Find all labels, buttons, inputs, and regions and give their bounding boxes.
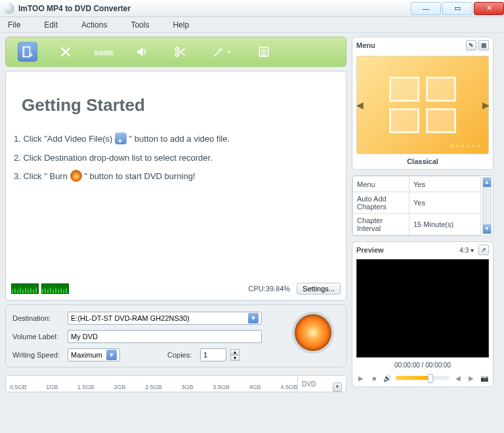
cpu-graph-2 [41, 283, 69, 294]
aspect-ratio-label: 4:3 ▾ [459, 247, 474, 254]
preview-panel: Preview 4:3 ▾ ↗ 00:00:00 / 00:00:00 ▶ ■ … [352, 241, 494, 387]
menu-panel-title: Menu [356, 41, 375, 49]
menu-edit[interactable]: Edit [44, 20, 58, 30]
destination-dropdown[interactable]: E:(HL-DT-ST DVD-RAM GH22NS30) ▼ [68, 312, 262, 325]
minimize-button[interactable]: — [411, 2, 441, 15]
preview-timecode: 00:00:00 / 00:00:00 [352, 360, 493, 371]
chevron-down-icon: ▼ [226, 49, 232, 55]
properties-panel: MenuYes Auto Add ChaptersYes Chapter Int… [352, 175, 494, 236]
volume-slider[interactable] [396, 376, 450, 380]
seek-fwd-button[interactable]: ▶ [467, 373, 476, 382]
x-icon [59, 45, 72, 58]
properties-button[interactable] [254, 42, 274, 62]
stop-button[interactable]: ■ [369, 373, 379, 382]
titlebar: ImTOO MP4 to DVD Converter — ▭ ✕ [0, 0, 504, 17]
scroll-up-icon[interactable]: ▲ [483, 178, 491, 187]
svg-rect-1 [23, 47, 25, 57]
spinner-down-icon[interactable]: ▼ [230, 355, 240, 361]
menu-template-panel: Menu ✎ ▦ ◀ ▶ ○○○○○○ Classical [352, 37, 494, 170]
table-row[interactable]: MenuYes [353, 176, 481, 192]
volume-icon[interactable]: 🔊 [383, 373, 392, 382]
clip-button[interactable] [170, 42, 190, 62]
step-3: 3. Click " Burn " button to start DVD bu… [14, 167, 339, 186]
cpu-graph-1 [11, 283, 39, 294]
getting-started-panel: Getting Started 1. Click "Add Video File… [5, 71, 346, 300]
menu-tools[interactable]: Tools [131, 20, 149, 30]
scissors-icon [173, 45, 186, 58]
ruler-ticks: 0.5GB 1GB 1.5GB 2GB 2.5GB 3GB 3.5GB 4GB … [10, 384, 297, 392]
speaker-icon [135, 45, 148, 58]
getting-started-heading: Getting Started [22, 95, 339, 115]
menu-template-name: Classical [352, 155, 493, 169]
cpu-usage-label: CPU:39.84% [248, 285, 290, 293]
window-title: ImTOO MP4 to DVD Converter [18, 4, 410, 13]
template-thumbs [389, 77, 456, 133]
copies-spinner[interactable]: ▲ ▼ [230, 349, 240, 361]
preview-title: Preview [356, 246, 384, 254]
template-pager-dots: ○○○○○○ [450, 142, 482, 150]
disc-type-dropdown[interactable]: DVD [297, 376, 333, 392]
writing-speed-label: Writing Speed: [12, 351, 64, 359]
templates-grid-button[interactable]: ▦ [478, 40, 489, 51]
size-ruler: 0.5GB 1GB 1.5GB 2GB 2.5GB 3GB 3.5GB 4GB … [5, 375, 346, 392]
menu-help[interactable]: Help [173, 20, 189, 30]
volume-label-label: Volume Label: [12, 333, 64, 340]
chevron-down-icon[interactable]: ▼ [333, 382, 342, 392]
seek-back-button[interactable]: ◀ [453, 373, 463, 382]
wand-icon [212, 45, 225, 58]
toolbar: + Subtitle ▼ [5, 37, 346, 67]
film-plus-icon: + [21, 45, 34, 58]
settings-button[interactable]: Settings... [297, 283, 341, 295]
edit-menu-button[interactable]: ✎ [466, 40, 476, 51]
menu-template-preview[interactable]: ◀ ▶ ○○○○○○ [356, 56, 489, 154]
chevron-down-icon: ▼ [248, 313, 259, 323]
menu-actions[interactable]: Actions [81, 20, 107, 30]
subtitle-icon: Subtitle [94, 49, 113, 55]
play-button[interactable]: ▶ [356, 373, 366, 382]
next-template-button[interactable]: ▶ [482, 100, 489, 110]
maximize-button[interactable]: ▭ [442, 2, 472, 15]
add-video-inline-icon [115, 133, 127, 144]
subtitle-button[interactable]: Subtitle [94, 42, 114, 62]
chevron-down-icon: ▼ [106, 350, 117, 360]
delete-button[interactable] [56, 42, 75, 62]
playback-controls: ▶ ■ 🔊 ◀ ▶ 📷 [352, 371, 493, 386]
writing-speed-dropdown[interactable]: Maximum ▼ [68, 348, 120, 361]
table-row[interactable]: Auto Add ChaptersYes [353, 192, 481, 214]
fullscreen-button[interactable]: ↗ [478, 245, 489, 255]
step-1: 1. Click "Add Video File(s) " button to … [14, 130, 339, 149]
spinner-up-icon[interactable]: ▲ [230, 349, 240, 355]
destination-label: Destination: [12, 314, 64, 322]
menu-file[interactable]: File [8, 20, 20, 30]
copies-label: Copies: [167, 351, 196, 359]
destination-panel: Destination: E:(HL-DT-ST DVD-RAM GH22NS3… [5, 304, 346, 367]
writing-speed-value: Maximum [71, 351, 102, 359]
burn-inline-icon [70, 170, 82, 182]
add-video-button[interactable]: + [18, 42, 37, 62]
prev-template-button[interactable]: ◀ [356, 100, 363, 110]
effects-button[interactable]: ▼ [208, 42, 236, 62]
audio-button[interactable] [132, 42, 152, 62]
app-icon [4, 3, 14, 14]
destination-value: E:(HL-DT-ST DVD-RAM GH22NS30) [71, 314, 190, 322]
properties-scrollbar[interactable]: ▲ ▼ [482, 177, 492, 234]
svg-text:+: + [30, 51, 33, 58]
table-row[interactable]: Chapter Interval15 Minute(s) [353, 214, 481, 236]
scroll-down-icon[interactable]: ▼ [483, 224, 491, 234]
burn-button[interactable] [292, 312, 334, 354]
snapshot-button[interactable]: 📷 [480, 373, 489, 382]
close-button[interactable]: ✕ [474, 2, 504, 15]
list-icon [257, 45, 270, 58]
step-2: 2. Click Destination drop-down list to s… [14, 149, 339, 168]
menubar: File Edit Actions Tools Help [0, 17, 504, 33]
preview-video[interactable] [356, 259, 489, 358]
volume-label-input[interactable] [68, 330, 262, 343]
copies-input[interactable] [200, 348, 226, 361]
